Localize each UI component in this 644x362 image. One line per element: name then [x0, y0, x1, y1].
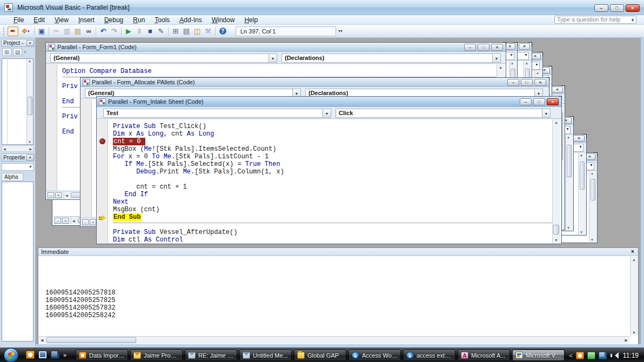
margin-indicator-bar[interactable] [97, 119, 108, 243]
immediate-output[interactable]: 1600951420052578181600951420052578251600… [39, 257, 629, 336]
help-icon[interactable] [217, 26, 228, 36]
tray-expand-icon[interactable] [569, 352, 572, 359]
vertical-scrollbar[interactable] [552, 119, 560, 243]
full-module-view-icon[interactable] [62, 218, 69, 224]
undo-icon[interactable] [98, 26, 109, 36]
tray-status-icon[interactable] [587, 352, 595, 359]
quick-launch-overflow-icon[interactable] [63, 352, 66, 358]
menu-help[interactable]: Help [239, 16, 263, 24]
window-titlebar[interactable]: Parallel - Form_Intake Sheet (Code) [97, 97, 561, 107]
procedure-view-icon[interactable] [48, 192, 54, 198]
properties-panel-header[interactable]: Propertie [1, 153, 35, 162]
chevron-down-icon[interactable] [492, 54, 500, 62]
view-code-icon[interactable] [2, 48, 11, 56]
insert-object-icon[interactable] [18, 26, 32, 36]
save-icon[interactable] [36, 26, 47, 36]
window-titlebar[interactable]: Parallel - Form_Allocate PAllets (Code) [81, 78, 549, 87]
minimize-button[interactable] [594, 4, 608, 12]
find-icon[interactable] [83, 26, 94, 36]
close-icon[interactable] [519, 43, 530, 50]
view-microsoft-access-icon[interactable] [8, 26, 18, 36]
taskbar-button-untitled-me[interactable]: Untitled Me... [239, 350, 292, 361]
full-module-view-icon[interactable] [90, 219, 96, 225]
chevron-down-icon[interactable] [630, 17, 635, 24]
chevron-down-icon[interactable] [269, 54, 277, 62]
run-icon[interactable] [123, 26, 134, 36]
maximize-button[interactable] [533, 98, 545, 105]
procedure-view-icon[interactable] [82, 219, 89, 225]
close-icon[interactable] [629, 249, 636, 255]
tray-clock-icon[interactable] [576, 352, 584, 359]
immediate-titlebar[interactable]: Immediate [38, 248, 638, 256]
immediate-window[interactable]: Immediate 160095142005257818160095142005… [38, 247, 639, 345]
scrollbar[interactable] [589, 171, 596, 242]
vertical-scrollbar[interactable] [630, 257, 638, 336]
taskbar-button-access-exten[interactable]: access exten... [403, 350, 455, 361]
close-icon[interactable] [552, 86, 563, 93]
scrollbar-thumb[interactable] [553, 225, 559, 234]
help-search-input[interactable]: Type a question for help [554, 16, 636, 24]
procedure-view-icon[interactable] [55, 218, 61, 224]
full-module-view-icon[interactable] [55, 192, 62, 198]
toolbox-icon[interactable] [203, 26, 213, 36]
chevron-down-icon[interactable] [323, 109, 331, 117]
network-icon[interactable] [599, 352, 607, 359]
view-object-icon[interactable] [13, 48, 22, 56]
procedure-combobox[interactable]: (Declarations) [281, 53, 501, 63]
taskbar-button-global-gap[interactable]: Global GAP [294, 350, 346, 361]
reset-icon[interactable] [145, 26, 156, 36]
code-window-intake-sheet[interactable]: Parallel - Form_Intake Sheet (Code) Test… [96, 96, 562, 244]
paste-icon[interactable] [72, 26, 83, 36]
scrollbar[interactable] [565, 135, 573, 230]
redo-icon[interactable] [109, 26, 119, 36]
object-combobox[interactable]: Test [103, 109, 331, 118]
start-button[interactable] [4, 348, 18, 362]
menu-addins[interactable]: Add-Ins [175, 16, 206, 24]
copy-icon[interactable] [62, 26, 72, 36]
code-editor[interactable]: Private Sub Test_Click()Dim x As Long, c… [97, 119, 561, 243]
menu-edit[interactable]: Edit [29, 16, 50, 24]
minimize-button[interactable] [464, 44, 476, 51]
project-explorer-icon[interactable] [170, 26, 181, 36]
toolbar-grip[interactable] [3, 27, 5, 36]
taskbar-button-microsoft-vi[interactable]: Microsoft Vi... [512, 350, 565, 361]
scrollbar[interactable] [578, 153, 586, 234]
tab-alphabetic[interactable]: Alpha [2, 173, 23, 181]
volume-icon[interactable] [610, 352, 618, 359]
toolbar-overflow-icon[interactable] [338, 29, 343, 33]
breakpoint-marker[interactable] [99, 138, 105, 144]
object-combobox[interactable]: (General) [50, 53, 277, 63]
maximize-button[interactable] [478, 44, 489, 51]
properties-window-icon[interactable] [181, 26, 192, 36]
menu-insert[interactable]: Insert [73, 16, 99, 24]
properties-object-combobox[interactable] [2, 163, 33, 171]
scrollbar-thumb[interactable] [46, 337, 136, 343]
window-switcher-icon[interactable] [51, 351, 59, 359]
taskbar-button-access-worl[interactable]: Access Worl... [348, 350, 401, 361]
cut-icon[interactable] [51, 26, 62, 36]
menu-tools[interactable]: Tools [150, 16, 175, 24]
quick-launch-app-icon[interactable] [26, 351, 35, 359]
project-tree-hscrollbar[interactable] [2, 145, 33, 152]
close-button[interactable] [626, 4, 640, 12]
scrollbar-thumb[interactable] [28, 97, 32, 115]
menu-window[interactable]: Window [207, 16, 240, 24]
project-tree-scrollbar[interactable] [26, 59, 33, 144]
close-button[interactable] [547, 98, 559, 105]
maximize-button[interactable] [521, 79, 533, 86]
project-tree[interactable] [2, 58, 33, 145]
menu-view[interactable]: View [50, 16, 73, 24]
design-mode-icon[interactable] [156, 26, 166, 36]
break-icon[interactable] [134, 26, 145, 36]
current-statement-arrow[interactable] [99, 215, 106, 220]
procedure-combobox[interactable]: Click [336, 109, 551, 118]
properties-close-icon[interactable] [26, 155, 33, 160]
toolbar-overflow-icon[interactable] [23, 51, 28, 53]
project-panel-header[interactable]: Project - [1, 39, 35, 47]
menu-run[interactable]: Run [128, 16, 150, 24]
margin-indicator-bar[interactable] [81, 99, 92, 218]
chevron-down-icon[interactable] [542, 109, 550, 117]
close-button[interactable] [534, 79, 546, 86]
margin-indicator-bar[interactable] [46, 64, 57, 191]
taskbar-button-data-import[interactable]: Data Import... [76, 350, 128, 361]
